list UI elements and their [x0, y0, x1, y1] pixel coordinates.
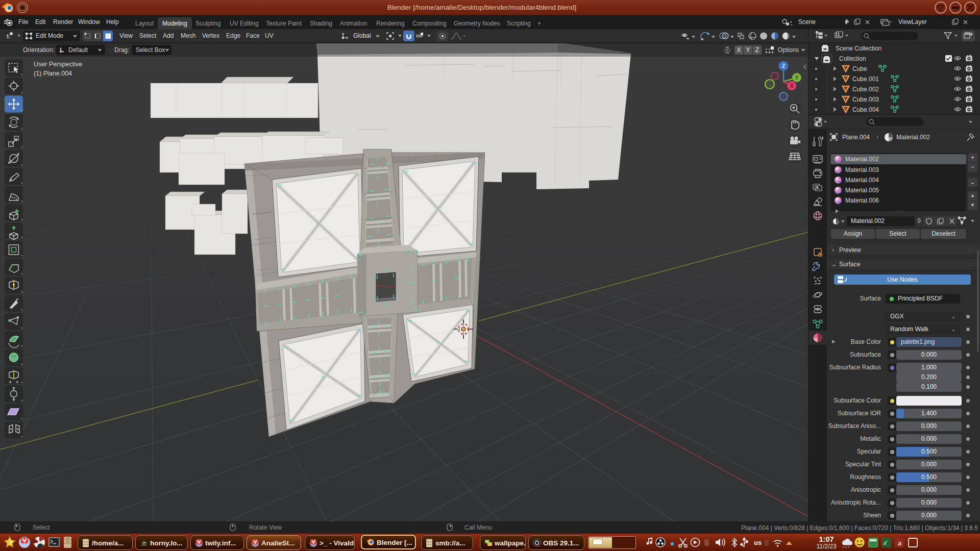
svg-text:Cube.004: Cube.004	[852, 106, 879, 113]
svg-text:Cube.001: Cube.001	[852, 76, 879, 83]
svg-text:X: X	[790, 83, 794, 89]
svg-text:User Perspective: User Perspective	[34, 61, 82, 68]
svg-text:Y: Y	[795, 75, 799, 81]
svg-text:us: us	[754, 539, 762, 546]
svg-text:Scene Collection: Scene Collection	[836, 45, 881, 52]
svg-text:Z: Z	[782, 63, 785, 69]
svg-text:a: a	[898, 539, 902, 547]
svg-text:Cube.003: Cube.003	[852, 96, 879, 103]
svg-text:Cube: Cube	[852, 65, 867, 72]
svg-text:(1) Plane.004: (1) Plane.004	[34, 70, 72, 77]
svg-text:Cube.002: Cube.002	[852, 86, 879, 93]
svg-text:Collection: Collection	[839, 55, 866, 62]
